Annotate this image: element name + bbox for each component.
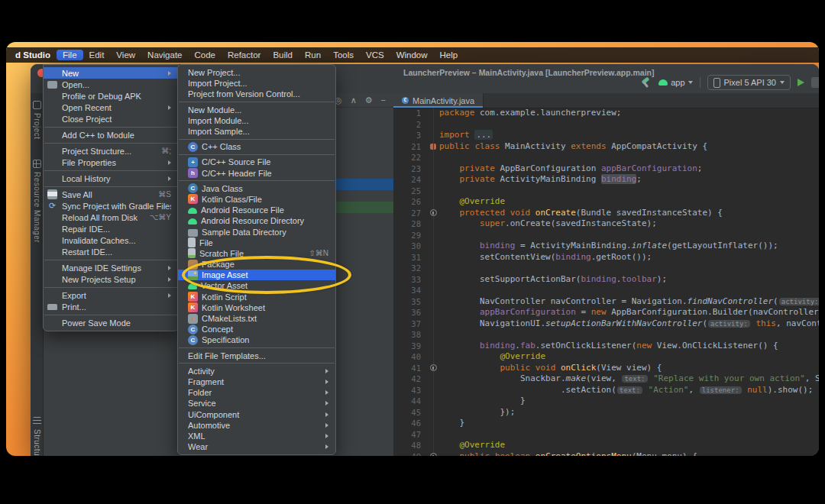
menu-item-c-class[interactable]: C++ Class xyxy=(178,141,335,152)
code-line[interactable]: 22 xyxy=(393,152,819,163)
menu-item-file[interactable]: File xyxy=(178,237,335,248)
menu-item-invalidate-caches[interactable]: Invalidate Caches... xyxy=(44,234,178,246)
menu-item-project-from-version-control[interactable]: Project from Version Control... xyxy=(178,89,335,99)
menu-item-repair-ide[interactable]: Repair IDE... xyxy=(44,223,178,234)
menu-item-add-c-to-module[interactable]: Add C++ to Module xyxy=(44,129,178,141)
menu-item-specification[interactable]: Specification xyxy=(178,334,335,345)
code-line[interactable]: 35 NavController navController = Navigat… xyxy=(393,296,819,308)
menubar-item-tools[interactable]: Tools xyxy=(327,50,360,60)
code-line[interactable]: 49 public boolean onCreateOptionsMenu(Me… xyxy=(393,451,819,457)
build-hammer-icon[interactable] xyxy=(639,77,652,89)
code-line[interactable]: 32 xyxy=(393,263,819,274)
settings-gear-icon[interactable] xyxy=(365,96,373,105)
menu-item-service[interactable]: Service xyxy=(178,398,335,409)
menu-item-folder[interactable]: Folder xyxy=(178,387,335,398)
hide-panel-icon[interactable] xyxy=(381,96,386,105)
toolbar-icon-partial[interactable] xyxy=(811,77,819,88)
menubar-item-file[interactable]: File xyxy=(57,50,83,60)
menu-item-android-resource-directory[interactable]: Android Resource Directory xyxy=(178,215,335,226)
menu-item-c-c-source-file[interactable]: C/C++ Source File xyxy=(178,157,335,167)
menu-item-c-c-header-file[interactable]: C/C++ Header File xyxy=(178,168,335,179)
menubar-item-vcs[interactable]: VCS xyxy=(360,50,390,60)
menu-item-save-all[interactable]: Save All⌘S xyxy=(44,189,178,200)
menu-item-automotive[interactable]: Automotive xyxy=(178,420,335,431)
code-line[interactable]: 43 .setAction(text: "Action", listener: … xyxy=(393,385,819,396)
menu-item-package[interactable]: Package xyxy=(178,259,335,270)
menu-item-uicomponent[interactable]: UiComponent xyxy=(178,409,335,419)
menu-item-import-sample[interactable]: Import Sample... xyxy=(178,126,335,137)
code-line[interactable]: 31 setContentView(binding.getRoot()); xyxy=(393,252,819,263)
menu-item-image-asset[interactable]: Image Asset xyxy=(178,270,335,280)
menubar-item-refactor[interactable]: Refactor xyxy=(222,50,267,60)
code-line[interactable]: 40 @Override xyxy=(393,351,819,363)
code-line[interactable]: 34 xyxy=(393,285,819,296)
menu-item-sample-data-directory[interactable]: Sample Data Directory xyxy=(178,226,335,237)
tab-mainactivity-java[interactable]: MainActivity.java xyxy=(393,93,484,108)
menubar-item-run[interactable]: Run xyxy=(299,50,327,60)
code-line[interactable]: 27 protected void onCreate(Bundle savedI… xyxy=(393,208,819,219)
menubar-item-navigate[interactable]: Navigate xyxy=(141,50,188,60)
menu-item-file-properties[interactable]: File Properties xyxy=(44,157,178,168)
code-line[interactable]: 36 appBarConfiguration = new AppBarConfi… xyxy=(393,307,819,318)
code-line[interactable]: 3import ... xyxy=(393,130,819,141)
menu-item-close-project[interactable]: Close Project xyxy=(44,113,178,124)
code-line[interactable]: 1package com.example.launcherpreview; xyxy=(393,108,819,119)
code-line[interactable]: 25 xyxy=(393,186,819,197)
menu-item-edit-file-templates[interactable]: Edit File Templates... xyxy=(178,351,335,361)
menu-item-wear[interactable]: Wear xyxy=(178,441,335,452)
code-line[interactable]: 29 xyxy=(393,230,819,241)
code-line[interactable]: 38 xyxy=(393,329,819,341)
menu-item-android-resource-file[interactable]: Android Resource File xyxy=(178,205,335,215)
tool-button-resource-manager[interactable]: Resource Manager xyxy=(31,160,43,243)
menubar-item-help[interactable]: Help xyxy=(434,50,464,60)
menu-item-restart-ide[interactable]: Restart IDE... xyxy=(44,246,178,257)
menubar-item-window[interactable]: Window xyxy=(390,50,434,60)
code-line[interactable]: 37 NavigationUI.setupActionBarWithNavCon… xyxy=(393,318,819,330)
code-line[interactable]: 33 setSupportActionBar(binding.toolbar); xyxy=(393,274,819,286)
menu-item-concept[interactable]: Concept xyxy=(178,324,335,334)
menu-item-export[interactable]: Export xyxy=(44,289,178,301)
run-button[interactable] xyxy=(798,79,804,86)
menu-item-open-recent[interactable]: Open Recent xyxy=(44,102,178,113)
menu-item-print[interactable]: Print... xyxy=(44,301,178,312)
code-line[interactable]: 2 xyxy=(393,119,819,131)
menubar-item-code[interactable]: Code xyxy=(188,50,222,60)
code-line[interactable]: 39 binding.fab.setOnClickListener(new Vi… xyxy=(393,341,819,352)
menu-item-power-save-mode[interactable]: Power Save Mode xyxy=(44,317,178,328)
menu-item-new-module[interactable]: New Module... xyxy=(178,105,335,115)
menu-item-new-projects-setup[interactable]: New Projects Setup xyxy=(44,273,178,285)
menubar-item-build[interactable]: Build xyxy=(267,50,299,60)
code-line[interactable]: 21public class MainActivity extends AppC… xyxy=(393,141,819,153)
menu-item-profile-or-debug-apk[interactable]: Profile or Debug APK xyxy=(44,90,178,102)
menu-item-import-module[interactable]: Import Module... xyxy=(178,115,335,126)
menu-item-new-project[interactable]: New Project... xyxy=(178,67,335,78)
menubar-item-view[interactable]: View xyxy=(110,50,141,60)
menu-item-java-class[interactable]: Java Class xyxy=(178,183,335,194)
menubar-item-edit[interactable]: Edit xyxy=(83,50,111,60)
device-selector[interactable]: Pixel 5 API 30 xyxy=(707,75,791,90)
menu-item-reload-all-from-disk[interactable]: Reload All from Disk⌥⌘Y xyxy=(44,212,178,223)
code-line[interactable]: 41 public void onClick(View view) { xyxy=(393,363,819,374)
menu-item-scratch-file[interactable]: Scratch File⇧⌘N xyxy=(178,248,335,259)
menu-item-vector-asset[interactable]: Vector Asset xyxy=(178,280,335,291)
code-line[interactable]: 47 xyxy=(393,429,819,441)
code-line[interactable]: 45 }); xyxy=(393,407,819,418)
menu-item-cmakelists-txt[interactable]: CMakeLists.txt xyxy=(178,313,335,324)
code-line[interactable]: 44 } xyxy=(393,396,819,407)
menu-item-new[interactable]: New xyxy=(44,67,178,79)
menu-item-xml[interactable]: XML xyxy=(178,431,335,441)
code-line[interactable]: 46 } xyxy=(393,418,819,429)
code-line[interactable]: 24 private ActivityMainBinding binding; xyxy=(393,174,819,186)
module-selector[interactable]: app xyxy=(658,78,692,87)
code-line[interactable]: 42 Snackbar.make(view, text: "Replace wi… xyxy=(393,373,819,385)
code-line[interactable]: 48 @Override xyxy=(393,440,819,451)
menu-item-open[interactable]: Open... xyxy=(44,79,178,90)
menu-item-kotlin-class-file[interactable]: Kotlin Class/File xyxy=(178,194,335,205)
code-area[interactable]: 1package com.example.launcherpreview;23i… xyxy=(393,108,819,456)
menu-item-kotlin-script[interactable]: Kotlin Script xyxy=(178,292,335,302)
tool-button-structure[interactable]: Structure xyxy=(31,417,43,456)
code-line[interactable]: 26 @Override xyxy=(393,196,819,208)
code-line[interactable]: 23 private AppBarConfiguration appBarCon… xyxy=(393,163,819,175)
menu-item-manage-ide-settings[interactable]: Manage IDE Settings xyxy=(44,262,178,273)
code-line[interactable]: 30 binding = ActivityMainBinding.inflate… xyxy=(393,241,819,252)
